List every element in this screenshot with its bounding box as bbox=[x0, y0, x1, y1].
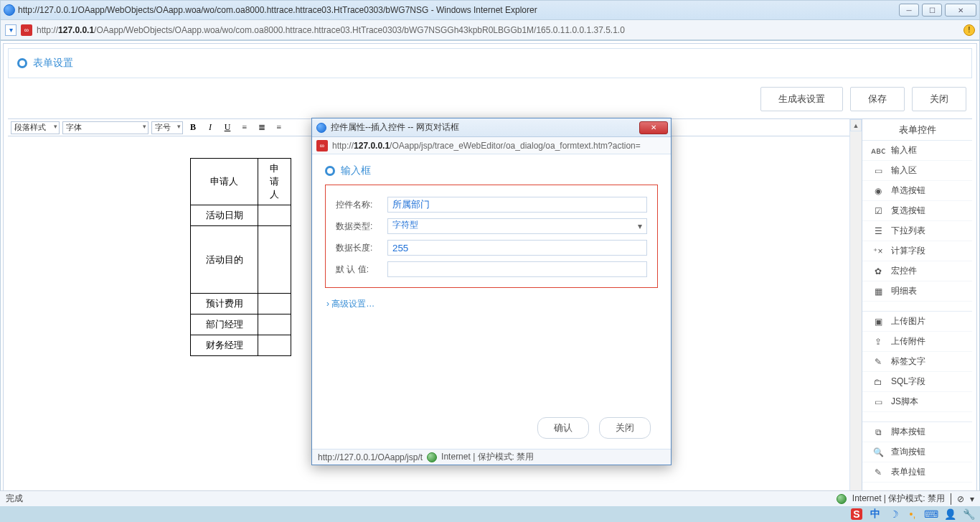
editor-scrollbar[interactable]: ▲ ▼ bbox=[849, 118, 862, 518]
textarea-icon: ▭ bbox=[872, 166, 884, 176]
sidebar-item-macro[interactable]: ✿宏控件 bbox=[862, 261, 972, 281]
control-name-input[interactable] bbox=[387, 197, 647, 213]
dialog-ie-icon bbox=[316, 123, 326, 133]
sidebar-item-script-button[interactable]: ⧉脚本按钮 bbox=[862, 422, 972, 442]
ime-keyboard-icon[interactable]: ⌨ bbox=[925, 508, 937, 520]
dialog-url[interactable]: http://127.0.0.1/OAapp/jsp/trace_eWebEdi… bbox=[332, 141, 666, 151]
sidebar-item-upload-image[interactable]: ▣上传图片 bbox=[862, 312, 972, 332]
dialog-section-title: 输入框 bbox=[341, 164, 371, 177]
sidebar-item-label[interactable]: ✎标签文字 bbox=[862, 352, 972, 372]
ime-sogou-icon[interactable]: S bbox=[851, 508, 862, 520]
sidebar-item-calc-field[interactable]: ⁺×计算字段 bbox=[862, 241, 972, 261]
cell-purpose-value[interactable] bbox=[258, 226, 291, 294]
sidebar-item-query-button[interactable]: 🔍查询按钮 bbox=[862, 442, 972, 462]
sidebar-item-checkbox[interactable]: ☑复选按钮 bbox=[862, 201, 972, 221]
form-table[interactable]: 申请人申请人 活动日期 活动目的 预计费用 部门经理 财务经理 bbox=[190, 158, 291, 356]
dialog-status-zone: Internet | 保护模式: 禁用 bbox=[441, 451, 534, 463]
dialog-titlebar[interactable]: 控件属性--插入控件 -- 网页对话框 ✕ bbox=[312, 118, 671, 137]
script-icon: ▭ bbox=[872, 397, 884, 407]
dialog-ok-button[interactable]: 确认 bbox=[537, 417, 589, 439]
cell-dept-mgr-label[interactable]: 部门经理 bbox=[191, 314, 258, 335]
window-restore-button[interactable]: ☐ bbox=[922, 4, 942, 17]
sidebar-item-radio[interactable]: ◉单选按钮 bbox=[862, 181, 972, 201]
dialog-status-path: http://127.0.0.1/OAapp/jsp/t bbox=[318, 452, 423, 462]
bold-button[interactable]: B bbox=[186, 121, 200, 134]
advanced-settings-link[interactable]: › 高级设置… bbox=[325, 288, 658, 317]
cell-dept-mgr-value[interactable] bbox=[258, 314, 291, 335]
status-protect-off-icon[interactable]: ⊘ bbox=[957, 494, 964, 504]
scroll-track[interactable] bbox=[850, 131, 862, 506]
cell-finance-mgr-label[interactable]: 财务经理 bbox=[191, 335, 258, 356]
ime-chinese-icon[interactable]: 中 bbox=[870, 508, 881, 520]
data-length-label: 数据长度: bbox=[336, 242, 387, 254]
sidebar-item-textbox[interactable]: ᴀʙᴄ输入框 bbox=[862, 141, 972, 161]
control-name-label: 控件名称: bbox=[336, 199, 387, 211]
cell-date-value[interactable] bbox=[258, 205, 291, 226]
internet-zone-icon bbox=[427, 452, 437, 462]
ime-punct-icon[interactable]: •, bbox=[907, 508, 918, 520]
cell-purpose-label[interactable]: 活动目的 bbox=[191, 226, 258, 294]
status-extra-icon[interactable]: ▾ bbox=[970, 494, 974, 504]
wand-icon: ✎ bbox=[872, 357, 884, 367]
ime-moon-icon[interactable]: ☽ bbox=[888, 508, 900, 520]
status-internet-zone-icon bbox=[837, 494, 847, 504]
data-length-input[interactable] bbox=[387, 240, 647, 256]
cell-budget-value[interactable] bbox=[258, 294, 291, 314]
sidebar-separator bbox=[862, 412, 972, 422]
site-favicon: ∞ bbox=[21, 24, 32, 36]
sidebar-item-form-pull-button[interactable]: ✎表单拉钮 bbox=[862, 462, 972, 483]
gear-icon: ✿ bbox=[872, 266, 884, 276]
sidebar-item-sql-field[interactable]: 🗀SQL字段 bbox=[862, 372, 972, 392]
copy-icon: ⧉ bbox=[872, 427, 884, 437]
sidebar-item-textarea[interactable]: ▭输入区 bbox=[862, 161, 972, 181]
upload-icon: ⇪ bbox=[872, 337, 884, 347]
dialog-status-bar: http://127.0.0.1/OAapp/jsp/t Internet | … bbox=[312, 449, 671, 465]
ie-icon bbox=[4, 4, 15, 16]
save-button[interactable]: 保存 bbox=[850, 87, 905, 111]
align-left-button[interactable]: ≡ bbox=[237, 121, 252, 134]
cell-budget-label[interactable]: 预计费用 bbox=[191, 294, 258, 314]
align-right-button[interactable]: ≡ bbox=[272, 121, 286, 134]
sidebar-item-js-script[interactable]: ▭JS脚本 bbox=[862, 392, 972, 412]
italic-button[interactable]: I bbox=[203, 121, 217, 134]
controls-sidebar: 表单控件 ᴀʙᴄ输入框 ▭输入区 ◉单选按钮 ☑复选按钮 ☰下拉列表 ⁺×计算字… bbox=[862, 118, 972, 518]
ime-wrench-icon[interactable]: 🔧 bbox=[963, 508, 974, 520]
font-size-select[interactable]: 字号 bbox=[151, 121, 183, 134]
window-title: http://127.0.0.1/OAapp/WebObjects/OAapp.… bbox=[18, 5, 537, 15]
page-title: 表单设置 bbox=[33, 57, 73, 70]
system-tray: S 中 ☽ •, ⌨ 👤 🔧 bbox=[0, 506, 980, 522]
data-type-select[interactable]: 字符型 bbox=[387, 218, 647, 234]
browser-address-bar: ▾ ∞ http://127.0.0.1/OAapp/WebObjects/OA… bbox=[0, 20, 980, 40]
scroll-up-button[interactable]: ▲ bbox=[850, 119, 862, 131]
window-minimize-button[interactable]: ─ bbox=[899, 4, 919, 17]
sidebar-item-detail-table[interactable]: ▦明细表 bbox=[862, 281, 972, 302]
align-center-button[interactable]: ≣ bbox=[255, 121, 269, 134]
ime-user-icon[interactable]: 👤 bbox=[944, 508, 956, 520]
sidebar-item-dropdown[interactable]: ☰下拉列表 bbox=[862, 221, 972, 241]
image-icon: ▣ bbox=[872, 317, 884, 327]
underline-button[interactable]: U bbox=[220, 121, 235, 134]
sidebar-item-upload-attach[interactable]: ⇪上传附件 bbox=[862, 332, 972, 352]
cell-applicant-value[interactable]: 申请人 bbox=[258, 159, 291, 205]
default-value-input[interactable] bbox=[387, 261, 647, 277]
abc-icon: ᴀʙᴄ bbox=[872, 146, 884, 156]
radio-icon: ◉ bbox=[872, 186, 884, 196]
url-text[interactable]: http://127.0.0.1/OAapp/WebObjects/OAapp.… bbox=[37, 25, 959, 35]
cell-date-label[interactable]: 活动日期 bbox=[191, 205, 258, 226]
font-family-select[interactable]: 字体 bbox=[62, 121, 149, 134]
window-close-button[interactable]: ✕ bbox=[945, 4, 976, 17]
cell-applicant-label[interactable]: 申请人 bbox=[191, 159, 258, 205]
security-shield-icon[interactable]: ▾ bbox=[5, 24, 17, 36]
dialog-close-button[interactable]: ✕ bbox=[639, 121, 668, 134]
dialog-form-group: 控件名称: 数据类型: 字符型 数据长度: 默 认 值: bbox=[325, 185, 658, 288]
dialog-cancel-button[interactable]: 关闭 bbox=[599, 417, 651, 439]
page-header: 表单设置 bbox=[8, 48, 972, 78]
compat-view-icon[interactable]: ! bbox=[963, 24, 975, 36]
cell-finance-mgr-value[interactable] bbox=[258, 335, 291, 356]
paragraph-style-select[interactable]: 段落样式 bbox=[11, 121, 60, 134]
generate-settings-button[interactable]: 生成表设置 bbox=[760, 87, 843, 111]
search-icon: 🔍 bbox=[872, 447, 884, 457]
close-button[interactable]: 关闭 bbox=[912, 87, 966, 111]
sidebar-title: 表单控件 bbox=[862, 119, 972, 141]
dropdown-icon: ☰ bbox=[872, 226, 884, 236]
